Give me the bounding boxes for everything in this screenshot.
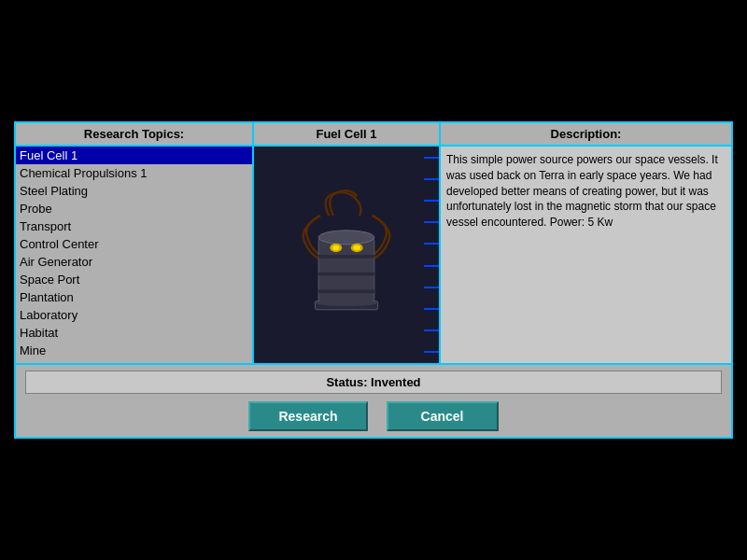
- left-panel: Research Topics: Fuel Cell 1Chemical Pro…: [16, 123, 254, 363]
- list-item[interactable]: Mine: [16, 342, 252, 359]
- svg-point-10: [315, 300, 377, 306]
- list-item[interactable]: Plantation: [16, 288, 252, 306]
- list-item[interactable]: Control Center: [16, 235, 252, 253]
- list-item[interactable]: Probe: [16, 200, 252, 217]
- svg-rect-2: [318, 255, 374, 259]
- list-item[interactable]: Habitat: [16, 324, 252, 342]
- list-item[interactable]: Space Port: [16, 271, 252, 288]
- cancel-button[interactable]: Cancel: [387, 401, 499, 431]
- svg-rect-4: [318, 289, 374, 293]
- item-image-area: [254, 147, 439, 363]
- dialog-content: Research Topics: Fuel Cell 1Chemical Pro…: [16, 123, 731, 363]
- item-name-header: Fuel Cell 1: [254, 123, 439, 147]
- research-button[interactable]: Research: [248, 401, 367, 431]
- svg-rect-3: [318, 273, 374, 276]
- fuel-cell-image: [290, 189, 402, 320]
- decorative-lines: [424, 147, 439, 363]
- description-text: This simple power source powers our spac…: [441, 147, 731, 363]
- description-header: Description:: [441, 123, 731, 147]
- list-item[interactable]: Solar Power Plant: [16, 359, 252, 363]
- list-item[interactable]: Steel Plating: [16, 182, 252, 200]
- svg-point-8: [353, 245, 359, 251]
- status-bar: Status: Invented: [25, 371, 722, 394]
- research-topics-header: Research Topics:: [16, 123, 252, 147]
- list-item[interactable]: Fuel Cell 1: [16, 147, 252, 164]
- right-panel: Description: This simple power source po…: [441, 123, 731, 363]
- svg-point-1: [318, 231, 374, 245]
- button-row: Research Cancel: [248, 401, 498, 431]
- middle-panel: Fuel Cell 1: [254, 123, 441, 363]
- list-container: Fuel Cell 1Chemical Propulsions 1Steel P…: [16, 147, 252, 363]
- svg-point-7: [332, 245, 339, 251]
- list-item[interactable]: Chemical Propulsions 1: [16, 164, 252, 182]
- list-item[interactable]: Laboratory: [16, 306, 252, 324]
- list-item[interactable]: Air Generator: [16, 253, 252, 271]
- research-list[interactable]: Fuel Cell 1Chemical Propulsions 1Steel P…: [16, 147, 252, 363]
- bottom-bar: Status: Invented Research Cancel: [16, 363, 731, 437]
- list-item[interactable]: Transport: [16, 217, 252, 235]
- research-dialog: Research Topics: Fuel Cell 1Chemical Pro…: [14, 121, 733, 439]
